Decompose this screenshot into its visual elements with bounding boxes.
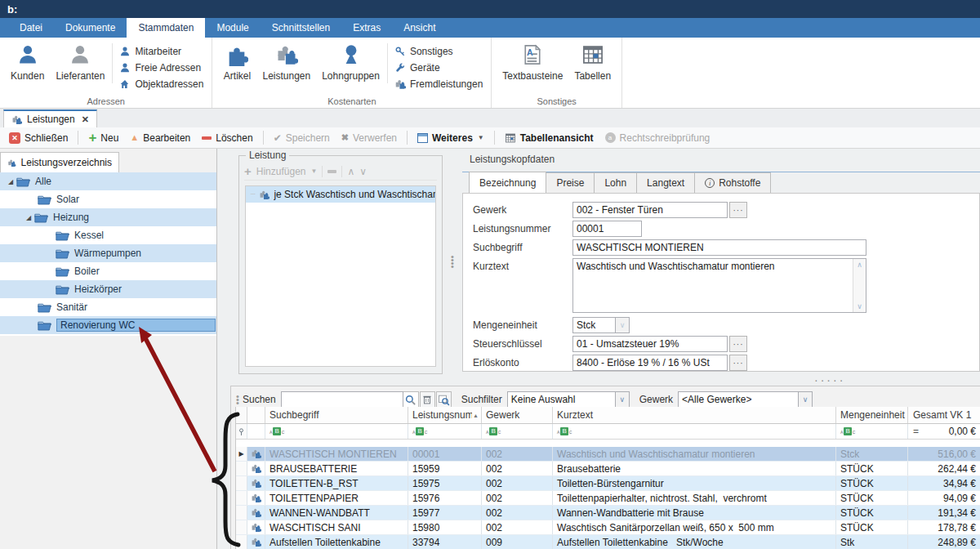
steuerschluessel-lookup-button[interactable]: ··· [729,336,747,352]
filter-mengeneinheit[interactable]: ᴀBᴄ [836,424,908,439]
leistungen-button[interactable]: Leistungen [256,40,316,82]
tabellen-button[interactable]: Tabellen [568,40,617,82]
gewerk-lookup-button[interactable]: ··· [729,202,747,218]
chevron-down-icon[interactable]: ∨ [798,391,813,408]
menu-module[interactable]: Module [205,18,260,38]
sonstiges-button[interactable]: Sonstiges [394,44,483,58]
verwerfen-button[interactable]: ✖ Verwerfen [337,131,401,145]
table-row[interactable]: BRAUSEBATTERIE 15959 002 Brausebatterie … [236,462,980,476]
lieferanten-button[interactable]: Lieferanten [50,40,110,82]
schliessen-button[interactable]: ✕ Schließen [5,131,72,145]
tree-item-kessel[interactable]: Kessel [0,226,216,244]
leistung-list-item[interactable]: ┄ je Stck Waschtisch und Waschtischamatu… [246,186,435,203]
column-suchbegriff[interactable]: Suchbegriff [265,407,408,423]
fremdleistungen-button[interactable]: Fremdleistungen [394,77,483,91]
textbausteine-button[interactable]: Textbausteine [497,40,568,82]
speichern-button[interactable]: ✔ Speichern [270,131,334,145]
tab-preise[interactable]: Preise [546,172,595,194]
tab-lohn[interactable]: Lohn [595,172,637,194]
chevron-down-icon[interactable]: ∨ [615,391,630,408]
scrollbar[interactable]: ∧ ∨ [853,259,866,312]
advanced-search-button[interactable] [436,391,452,408]
tree-item-alle[interactable]: ◢ Alle [0,172,216,190]
equals-operator-icon[interactable]: = [913,426,949,437]
rechtschreibpruefung-button[interactable]: a Rechtschreibprüfung [601,131,715,145]
tabellenansicht-button[interactable]: Tabellenansicht [501,131,598,145]
remove-icon[interactable] [327,170,336,173]
filter-gesamt-vk1[interactable]: = 0,00 € [908,424,980,439]
clear-search-button[interactable] [420,391,435,408]
search-button[interactable] [403,391,419,408]
gewerk-filter-combobox[interactable]: <Alle Gewerke> ∨ [678,391,813,408]
lohngruppen-button[interactable]: Lohngruppen [316,40,385,82]
table-row[interactable]: ▶ WASCHTISCH MONTIEREN 00001 002 Waschti… [236,447,980,462]
column-mengeneinheit[interactable]: Mengeneinheit [836,407,908,423]
tree-item-boiler[interactable]: Boiler [0,262,216,280]
tree-item-renovierung-wc[interactable]: Renovierung WC [0,316,216,334]
tree-item-heizkoerper[interactable]: Heizkörper [0,280,216,298]
kurztext-field[interactable]: Waschtisch und Waschtischamatur montiere… [572,258,866,313]
menu-schnittstellen[interactable]: Schnittstellen [261,18,341,38]
tree-item-heizung[interactable]: ◢ Heizung [0,208,216,226]
menu-dokumente[interactable]: Dokumente [54,18,127,38]
table-row[interactable]: TOILETTENPAPIER 15976 002 Toilettenpapie… [236,491,980,506]
geraete-button[interactable]: Geräte [394,60,483,74]
tab-bezeichnung[interactable]: Bezeichnung [469,172,546,194]
freie-adressen-button[interactable]: Freie Adressen [119,60,203,74]
dropdown-arrow-icon[interactable]: ▼ [310,167,317,175]
mengeneinheit-combobox[interactable]: Stck ∨ [572,317,630,333]
menu-datei[interactable]: Datei [8,18,54,38]
suchbegriff-field[interactable] [572,239,866,256]
move-down-icon[interactable]: ∨ [359,166,367,177]
chevron-down-icon[interactable]: ∨ [615,317,630,333]
tree-item-sanitaer[interactable]: Sanitär [0,298,216,316]
move-up-icon[interactable]: ∧ [347,166,354,177]
menu-extras[interactable]: Extras [341,18,392,38]
filter-gewerk[interactable]: ᴀBᴄ [482,424,553,439]
menu-ansicht[interactable]: Ansicht [392,18,447,38]
tree-item-waermepumpen[interactable]: Wärmepumpen [0,244,216,262]
table-row[interactable]: WASCHTISCH SANI 15980 002 Waschtisch San… [236,520,980,535]
loeschen-button[interactable]: Löschen [198,131,256,145]
column-kurztext[interactable]: Kurztext [553,407,836,423]
column-gesamt-vk1[interactable]: Gesamt VK 1 [908,407,980,423]
toolbar-grip[interactable]: ••• [234,395,241,404]
filter-kurztext[interactable]: ᴀBᴄ [553,424,836,439]
leistungsnummer-field[interactable] [572,221,642,237]
tab-leistungsverzeichnis[interactable]: Leistungsverzeichnis [0,152,119,172]
column-leistungsnummer[interactable]: Leistungsnummer ▲ [408,407,482,423]
horizontal-splitter[interactable]: ····· [230,372,980,386]
close-tab-icon[interactable]: ✕ [82,114,89,125]
filter-suchbegriff[interactable]: ᴀBᴄ [265,424,408,439]
gewerk-field[interactable] [572,202,728,218]
hinzufuegen-button[interactable]: Hinzufügen [256,166,306,177]
erloeskonto-lookup-button[interactable]: ··· [729,355,747,371]
column-gewerk[interactable]: Gewerk [482,407,553,423]
tab-leistungen[interactable]: Leistungen ✕ [3,109,97,127]
scroll-down-icon[interactable]: ∨ [857,302,862,310]
panel-splitter-grip[interactable]: •••• [450,255,455,268]
objektadressen-button[interactable]: Objektadressen [119,77,203,91]
artikel-button[interactable]: Artikel [217,40,256,82]
mitarbeiter-button[interactable]: Mitarbeiter [119,44,203,58]
menu-stammdaten[interactable]: Stammdaten [127,18,205,38]
kunden-button[interactable]: Kunden [5,40,50,82]
erloeskonto-field[interactable] [572,355,728,371]
expander-icon[interactable]: ◢ [5,178,16,185]
weiteres-button[interactable]: Weiteres ▼ [413,131,488,145]
tab-langtext[interactable]: Langtext [637,172,695,194]
search-input[interactable] [281,391,403,408]
neu-button[interactable]: + Neu [84,131,122,145]
table-row[interactable]: WANNEN-WANDBATT 15977 002 Wannen-Wandbat… [236,506,980,520]
bearbeiten-button[interactable]: ▲ Bearbeiten [126,131,194,145]
scroll-up-icon[interactable]: ∧ [857,261,862,269]
tree-item-solar[interactable]: Solar [0,190,216,208]
suchfilter-combobox[interactable]: Keine Auswahl ∨ [507,391,630,408]
tab-rohstoffe[interactable]: i Rohstoffe [695,172,771,194]
filter-leistungsnummer[interactable]: ᴀBᴄ [408,424,482,439]
window-icon [417,133,428,143]
table-row[interactable]: Aufstellen Toilettenkabine 33794 009 Auf… [236,535,980,549]
expander-icon[interactable]: ◢ [23,214,34,221]
steuerschluessel-field[interactable] [572,336,728,352]
table-row[interactable]: TOILETTEN-B_RST 15975 002 Toiletten-Bürs… [236,476,980,491]
